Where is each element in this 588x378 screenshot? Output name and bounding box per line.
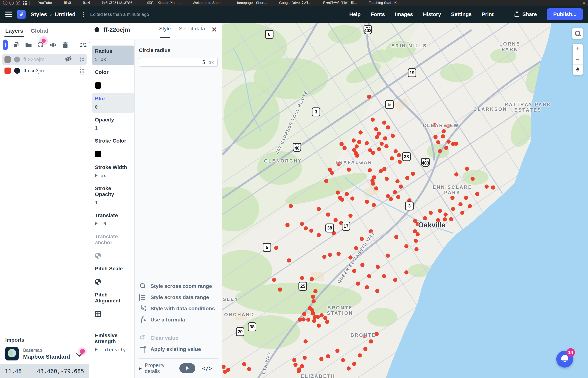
data-point-dot: [330, 171, 334, 175]
publish-button[interactable]: Publish...: [547, 8, 583, 20]
data-point-dot: [394, 235, 398, 239]
data-point-dot: [311, 295, 315, 299]
value-action[interactable]: Apply existing value: [139, 344, 217, 355]
basemap-import-row[interactable]: Basemap Mapbox Standard: [5, 347, 84, 361]
data-point-dot: [369, 339, 373, 343]
property-item[interactable]: Translate 0, 0: [92, 210, 134, 230]
layer-row[interactable]: ff-ccu3jm: [2, 65, 87, 76]
tab-group-chip[interactable]: 2: [16, 0, 20, 5]
zoom-in-button[interactable]: +: [573, 44, 583, 54]
nav-link[interactable]: History: [423, 11, 441, 17]
visibility-eye-icon[interactable]: [49, 41, 57, 49]
tab-layers[interactable]: Layers: [5, 27, 23, 37]
layer-drag-handle[interactable]: [79, 67, 84, 74]
apps-grid-icon[interactable]: [23, 1, 27, 5]
layer-hidden-eye-off-icon[interactable]: [65, 56, 72, 64]
share-button[interactable]: Share: [514, 11, 537, 17]
nav-link[interactable]: Print: [482, 11, 494, 17]
breadcrumb-current: Untitled: [55, 11, 76, 17]
data-point-dot: [303, 356, 307, 360]
delete-trash-icon[interactable]: [62, 41, 69, 49]
tab-global[interactable]: Global: [31, 27, 48, 37]
map-search-button[interactable]: [572, 28, 583, 39]
select-pointer-icon[interactable]: [37, 41, 45, 49]
property-item[interactable]: Radius 5 px: [92, 45, 134, 65]
add-layer-button[interactable]: +: [3, 40, 8, 50]
property-item[interactable]: Emissive strength 0 intensity: [92, 330, 134, 355]
bookmark-favicon: [317, 1, 321, 5]
map-label: LORNE PARK: [499, 41, 521, 52]
bookmark-item[interactable]: Welcome to Shen...: [187, 0, 223, 5]
action-icon: [139, 283, 146, 290]
data-point-dot: [304, 339, 308, 343]
property-label: Pitch Alignment: [95, 292, 131, 304]
value-action[interactable]: Clear value: [139, 333, 217, 344]
pointer-mode-pill[interactable]: [179, 363, 195, 373]
zoom-out-button[interactable]: −: [573, 54, 583, 65]
data-point-dot: [356, 282, 360, 286]
tab-group-chip[interactable]: 3: [9, 0, 14, 5]
property-item[interactable]: Pitch Alignment: [92, 289, 134, 320]
route-shield: 5: [263, 243, 271, 252]
bookmark-item[interactable]: YouTube: [32, 0, 52, 5]
style-action[interactable]: Style with data conditions: [139, 303, 217, 314]
nav-link[interactable]: Settings: [451, 11, 472, 17]
property-item[interactable]: Stroke Opacity 1: [92, 183, 134, 208]
code-view-icon[interactable]: </>: [202, 365, 212, 372]
duplicate-layer-icon[interactable]: [13, 41, 20, 49]
route-shield: 3: [405, 202, 414, 210]
style-action[interactable]: Style across zoom range: [139, 281, 217, 292]
data-point-dot: [384, 144, 388, 148]
tab-style[interactable]: Style: [159, 26, 171, 34]
bookmark-item[interactable]: 地图: [77, 0, 90, 5]
bookmark-item[interactable]: Google Drive 文档...: [273, 0, 311, 5]
notification-count-badge: 14: [566, 348, 575, 357]
property-item[interactable]: Blur 0: [92, 93, 134, 113]
route-shield: 17: [342, 222, 350, 231]
bookmarks-overflow-chevron[interactable]: »: [583, 0, 585, 5]
nav-link[interactable]: Images: [395, 11, 413, 17]
data-point-dot: [358, 130, 363, 135]
layer-row[interactable]: ff-22oejm: [2, 54, 87, 65]
compass-reset-button[interactable]: [573, 65, 583, 75]
circle-radius-input[interactable]: 5 px: [139, 58, 218, 67]
data-point-dot: [396, 179, 399, 183]
property-item[interactable]: Stroke Color: [92, 135, 134, 160]
style-action[interactable]: Style across data range: [139, 292, 217, 303]
property-item[interactable]: Opacity 1: [92, 114, 134, 134]
property-item[interactable]: Translate anchor: [92, 231, 134, 262]
bookmark-item[interactable]: 翻译: [58, 0, 71, 5]
data-point-dot: [242, 362, 246, 366]
layer-type-circle-icon: [14, 68, 20, 74]
bookmark-item[interactable]: 近光灯全面保刷 | 超...: [317, 0, 357, 5]
data-point-dot: [223, 370, 227, 374]
property-details-toggle[interactable]: Property details: [139, 362, 179, 374]
notifications-bell-button[interactable]: 14: [556, 351, 573, 367]
header-nav: HelpFontsImagesHistorySettingsPrint Shar…: [349, 8, 583, 20]
property-item[interactable]: Pitch Scale: [92, 263, 134, 288]
chevron-down-icon[interactable]: [76, 350, 84, 357]
bookmark-item[interactable]: Teaching Staff - K...: [363, 0, 399, 5]
close-icon[interactable]: ✕: [211, 26, 217, 34]
bookmark-label: 地图: [83, 0, 90, 5]
property-item[interactable]: [93, 325, 133, 325]
tab-group-chip[interactable]: 1: [3, 0, 7, 5]
map-canvas[interactable]: 6 403 19 5 3 38 403 40 3 17 38 5 25 38 2…: [222, 23, 588, 378]
property-item[interactable]: Stroke Width 0 px: [92, 162, 134, 181]
bookmark-item[interactable]: 邮件 - Xiaobin Xu - ...: [142, 0, 181, 5]
bookmark-item[interactable]: Homepage - Shen...: [230, 0, 267, 5]
breadcrumb-styles[interactable]: Styles: [31, 11, 47, 17]
style-menu-kebab-icon[interactable]: ⋮: [80, 11, 86, 18]
layer-drag-handle[interactable]: [79, 56, 84, 63]
menu-icon[interactable]: [5, 12, 12, 17]
tab-select-data[interactable]: Select data: [179, 26, 205, 34]
action-icon: [139, 294, 146, 301]
style-action[interactable]: Use a formula: [139, 314, 217, 325]
nav-link[interactable]: Help: [349, 11, 361, 17]
group-folder-icon[interactable]: [25, 41, 32, 49]
bookmark-item[interactable]: 软件箱35112137S6...: [96, 0, 135, 5]
property-item[interactable]: Color: [92, 67, 134, 92]
nav-link[interactable]: Fonts: [371, 11, 385, 17]
mapbox-studio-logo[interactable]: [17, 10, 26, 19]
property-value: 0, 0: [95, 221, 131, 227]
